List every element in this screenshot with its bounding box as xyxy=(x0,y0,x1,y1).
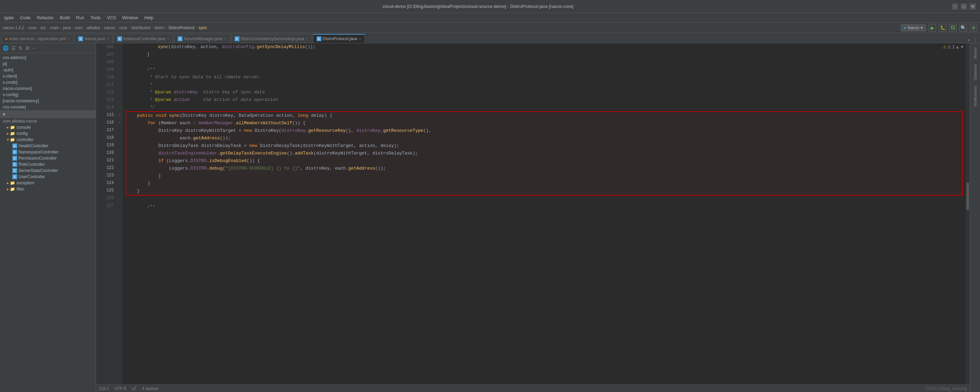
sidebar-item-serverstate-controller[interactable]: C ServerStateController xyxy=(0,167,96,174)
breadcrumb-item-8[interactable]: core xyxy=(119,25,127,30)
tab-close-service-manager[interactable]: ✕ xyxy=(224,37,226,40)
warning-nav-up[interactable]: ▲ xyxy=(955,45,959,49)
sidebar-item-label-user: UserController xyxy=(19,174,45,179)
sidebar-item-exception[interactable]: ▸ 📁 exception xyxy=(0,180,96,186)
nacos-run-config[interactable]: ● Nacos ▾ xyxy=(901,24,926,31)
breadcrumb-item-6[interactable]: alibaba xyxy=(87,25,100,30)
warning-indicator[interactable]: ⚠ ⚠ 1 ▲ ▼ xyxy=(943,45,964,49)
minimize-button[interactable]: − xyxy=(952,3,958,10)
breadcrumb-item-1[interactable]: core xyxy=(29,25,37,30)
tab-close-instance-controller[interactable]: ✕ xyxy=(167,37,169,40)
tab-close-distro-consistency[interactable]: ✕ xyxy=(305,37,309,40)
scrollbar-track[interactable] xyxy=(966,43,970,392)
menu-item-window[interactable]: Window xyxy=(119,14,141,21)
list-item-console[interactable]: cos-console] xyxy=(0,104,96,110)
breadcrumb-item-4[interactable]: java xyxy=(63,25,71,30)
tab-overflow-button[interactable]: ▾ xyxy=(966,37,971,43)
tab-distro-consistency[interactable]: C DistroConsistencyServiceImpl.java ✕ xyxy=(231,34,312,43)
tab-close-application-yml[interactable]: ✕ xyxy=(67,37,70,40)
sidebar-item-filter[interactable]: ▸ 📁 filter xyxy=(0,186,96,192)
fold-icon-116[interactable]: ▾ xyxy=(117,119,123,126)
scrollbar-thumb[interactable] xyxy=(966,183,969,210)
right-panel-tab-database[interactable]: Database xyxy=(972,61,978,83)
menu-item-tools[interactable]: Tools xyxy=(88,14,103,21)
right-panel-tab-notifications[interactable]: Notifications xyxy=(972,83,978,109)
tab-label-application-yml: ● xyxy=(5,37,8,41)
tab-nacos-java[interactable]: C Nacos.java ✕ xyxy=(75,34,113,43)
line-number-112: 112 xyxy=(99,89,114,96)
line-number-127: 127 xyxy=(99,202,114,209)
menu-item-refactor[interactable]: Refactor xyxy=(34,14,56,21)
tab-distro-protocol[interactable]: C DistroProtocol.java ✕ xyxy=(313,34,365,43)
list-item-pi[interactable]: pi] xyxy=(0,61,96,67)
sidebar-item-role-controller[interactable]: C RoleController xyxy=(0,161,96,167)
menu-item-vcs[interactable]: VCS xyxy=(104,14,119,21)
list-item-cos-address[interactable]: cos-address] xyxy=(0,54,96,61)
list-item-config[interactable]: s-config] xyxy=(0,92,96,98)
sidebar-item-config[interactable]: ▸ 📁 config xyxy=(0,131,96,137)
right-panel-tab-maven[interactable]: Maven xyxy=(972,45,978,61)
sidebar-globe-icon[interactable]: 🌐 xyxy=(2,45,9,51)
folder-icon-console: ▸ 📁 xyxy=(7,125,15,130)
tab-close-nacos-java[interactable]: ✕ xyxy=(107,37,109,40)
gutter-icons: ▾ ▾ xyxy=(117,43,123,392)
warning-nav-down[interactable]: ▼ xyxy=(960,45,964,49)
sidebar-item-namespace-controller[interactable]: C NamespaceController xyxy=(0,149,96,155)
code-content[interactable]: sync(distroKey, action, distroConfig.get… xyxy=(123,43,966,392)
list-item-client[interactable]: s-client] xyxy=(0,73,96,79)
tab-instance-controller[interactable]: C InstanceController.java ✕ xyxy=(113,34,173,43)
folder-icon-config: ▸ 📁 xyxy=(7,131,15,136)
sidebar-item-permission-controller[interactable]: C PermissionController xyxy=(0,155,96,161)
breadcrumb-item-5[interactable]: com xyxy=(75,25,83,30)
list-item-auth[interactable]: -auth] xyxy=(0,67,96,73)
breadcrumb-item-3[interactable]: main xyxy=(50,25,59,30)
folder-icon-controller: ▾ 📁 xyxy=(7,137,15,142)
tab-application-yml[interactable]: ● order-service\...\application.yml ✕ xyxy=(2,34,74,43)
menu-item-help[interactable]: Help xyxy=(142,14,156,21)
debug-button[interactable]: 🐛 xyxy=(939,24,947,32)
sidebar-collapse-icon[interactable]: − xyxy=(32,45,36,51)
breadcrumb-item-2[interactable]: src xyxy=(40,25,46,30)
code-line-108 xyxy=(126,58,963,66)
sidebar-item-label-config: config xyxy=(16,131,27,136)
breadcrumb-item-10[interactable]: distro xyxy=(154,25,164,30)
code-line-113: * @param action the action of data opera… xyxy=(126,96,963,104)
breadcrumb-item-method[interactable]: sync xyxy=(199,25,207,30)
close-button[interactable]: ✕ xyxy=(970,3,976,10)
breadcrumb-item-class[interactable]: DistroProtocol xyxy=(169,25,194,30)
tab-service-manager[interactable]: C ServiceManager.java ✕ xyxy=(174,34,230,43)
distro-consistency-icon: C xyxy=(235,37,239,41)
breadcrumb-item-7[interactable]: nacos xyxy=(104,25,115,30)
toolbar: nacos-1.4.2 › core › src › main › java ›… xyxy=(0,23,980,33)
list-item-consistency[interactable]: [nacos-consistency] xyxy=(0,98,96,104)
sidebar-list-icon[interactable]: ☰ xyxy=(11,45,16,51)
sidebar-settings-icon[interactable]: ⚙ xyxy=(25,45,30,51)
code-line-121: if (Loggers.DISTRO.isDebugEnabled()) { xyxy=(126,157,962,165)
menu-item-code[interactable]: Code xyxy=(17,14,33,21)
list-item-nacos-common[interactable]: nacos-common] xyxy=(0,86,96,92)
search-button[interactable]: 🔍 xyxy=(959,24,967,32)
run-coverage-button[interactable]: ⛾ xyxy=(949,24,957,32)
line-number-109: 109 xyxy=(99,66,114,73)
sidebar-item-console[interactable]: ▸ 📁 console xyxy=(0,124,96,131)
breadcrumb-item-0[interactable]: nacos-1.4.2 xyxy=(3,25,24,30)
menu-item-run[interactable]: Run xyxy=(73,14,87,21)
sidebar-item-controller[interactable]: ▾ 📁 controller xyxy=(0,137,96,143)
run-button[interactable]: ▶ xyxy=(929,24,936,32)
settings-button[interactable]: ⚙ xyxy=(970,24,977,32)
list-item-cmdb[interactable]: s-cmdb] xyxy=(0,79,96,86)
code-line-114: */ xyxy=(126,104,963,111)
tab-close-distro-protocol[interactable]: ✕ xyxy=(358,37,361,41)
maximize-button[interactable]: □ xyxy=(961,3,967,10)
sidebar-sort-icon[interactable]: ⇅ xyxy=(18,45,23,51)
menu-item-navigate[interactable]: igate xyxy=(2,14,16,21)
breadcrumb-item-9[interactable]: distributed xyxy=(131,25,150,30)
sidebar-item-user-controller[interactable]: C UserController xyxy=(0,174,96,180)
fold-icon-115[interactable]: ▾ xyxy=(117,111,123,119)
sidebar-item-health-controller[interactable]: C HealthController xyxy=(0,143,96,149)
folder-icon-filter: ▸ 📁 xyxy=(7,187,15,191)
nacos-dropdown-icon[interactable]: ▾ xyxy=(921,25,923,30)
code-line-116: for (Member each : memberManager.allMemb… xyxy=(126,120,962,127)
tab-menu-button[interactable]: ⋮ xyxy=(971,37,978,43)
menu-item-build[interactable]: Build xyxy=(57,14,72,21)
